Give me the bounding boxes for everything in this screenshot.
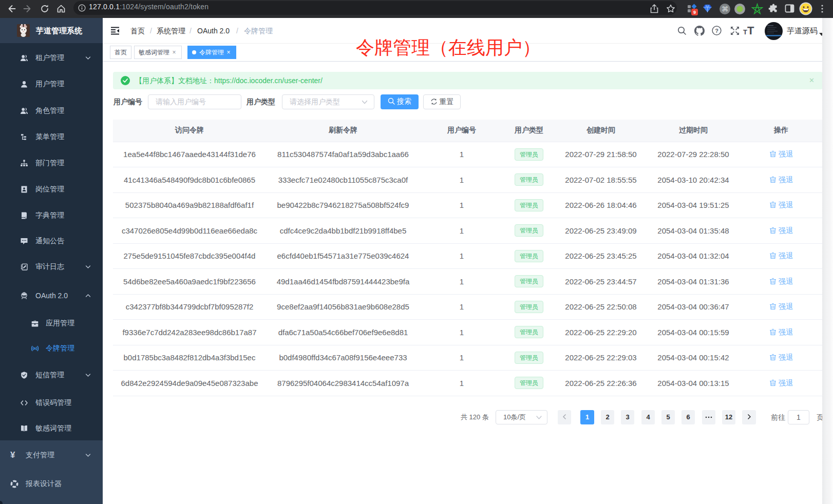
svg-text:a: a (34, 346, 36, 350)
svg-text:?: ? (715, 28, 718, 34)
svg-text:9: 9 (693, 10, 696, 15)
svg-text:⌘: ⌘ (722, 5, 728, 13)
